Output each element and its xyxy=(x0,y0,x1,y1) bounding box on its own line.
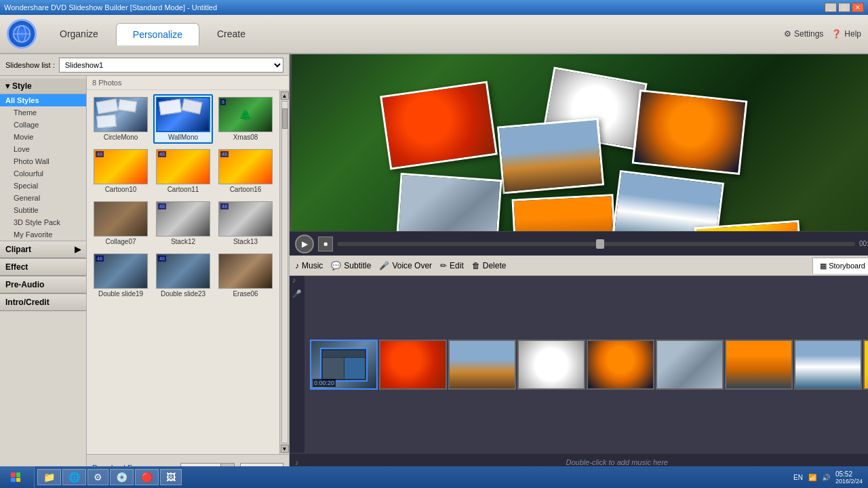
tree-item-collage[interactable]: Collage xyxy=(0,119,86,131)
thumb-stack13[interactable]: 48 Stack13 xyxy=(216,199,275,248)
tree-item-3d-style-pack[interactable]: 3D Style Pack xyxy=(0,216,86,228)
play-button[interactable]: ▶ xyxy=(295,235,314,253)
thumb-cartoon11[interactable]: 48 Cartoon11 xyxy=(153,146,213,196)
taskbar-apps: 📁 🌐 ⚙ 💿 🔴 🖼 xyxy=(35,469,788,485)
story-thumb-4[interactable] xyxy=(587,340,654,390)
tree-item-photo-wall[interactable]: Photo Wall xyxy=(0,155,86,167)
thumb-cartoon10[interactable]: 48 Cartoon10 xyxy=(91,146,151,196)
subtitle-tab[interactable]: 💬 Subtitle xyxy=(331,261,371,270)
thumb-label-xmas08: Xmas08 xyxy=(233,134,258,141)
tree-item-movie[interactable]: Movie xyxy=(0,131,86,143)
preview-photo-desert xyxy=(497,118,604,195)
tree-item-subtitle[interactable]: Subtitle xyxy=(0,204,86,216)
network-icon: 📶 xyxy=(808,474,816,481)
clock: 05:52 2016/2/24 xyxy=(835,470,863,485)
slideshow-select[interactable]: Slideshow1 xyxy=(59,58,283,73)
thumb-label-circlemono: CircleMono xyxy=(104,134,138,141)
tab-create[interactable]: Create xyxy=(201,23,262,45)
left-panel: Slideshow list : Slideshow1 ▾ Style All … xyxy=(0,54,290,488)
thumb-label-double23: Double slide23 xyxy=(161,290,205,298)
media-toolbar: ♪ Music 💬 Subtitle 🎤 Voice Over ✏ Edit 🗑… xyxy=(290,256,868,276)
taskbar-app-control[interactable]: ⚙ xyxy=(87,469,108,485)
start-button[interactable] xyxy=(0,466,35,488)
thumb-double-slide19[interactable]: 48 Double slide19 xyxy=(91,251,151,300)
thumb-circlemono[interactable]: CircleMono xyxy=(91,94,151,144)
thumb-img-stack12: 48 xyxy=(156,201,210,237)
time-display: 00:00:00 / 00:00:52 xyxy=(859,240,868,247)
maximize-button[interactable]: □ xyxy=(838,3,850,12)
tree-item-theme[interactable]: Theme xyxy=(0,106,86,119)
story-thumb-6[interactable] xyxy=(725,340,793,390)
storyboard-strip[interactable]: 0:00:20 xyxy=(304,276,868,453)
stop-button[interactable]: ■ xyxy=(318,237,333,251)
tab-organize[interactable]: Organize xyxy=(43,23,115,45)
minimize-button[interactable]: _ xyxy=(825,3,837,12)
taskbar-app-ie[interactable]: 🌐 xyxy=(62,469,86,485)
thumb-label-stack13: Stack13 xyxy=(233,238,258,245)
preview-photo-castle xyxy=(511,194,616,231)
thumb-wallmono[interactable]: WallMono xyxy=(153,94,213,144)
thumb-xmas08[interactable]: 8 🌲 Xmas08 xyxy=(216,94,275,144)
music-tab[interactable]: ♪ Music xyxy=(295,261,323,270)
thumb-grid-scroll[interactable]: CircleMono WallMono xyxy=(87,90,279,454)
thumb-grid-area: 8 Photos xyxy=(87,76,289,488)
story-thumb-0[interactable]: 0:00:20 xyxy=(310,340,378,390)
story-thumb-2[interactable] xyxy=(448,340,516,390)
story-thumb-3[interactable] xyxy=(517,340,585,390)
scroll-up[interactable]: ▲ xyxy=(281,92,289,100)
edit-tab[interactable]: ✏ Edit xyxy=(440,261,464,270)
storyboard-area: ♪ 🎤 0:00:20 xyxy=(290,276,868,453)
tree-item-my-favorite[interactable]: My Favorite xyxy=(0,228,86,241)
thumb-scrollbar[interactable]: ▲ ▼ xyxy=(279,90,289,454)
window-controls[interactable]: _ □ ✕ xyxy=(825,3,864,12)
thumb-cartoon16[interactable]: 48 Cartoon16 xyxy=(216,146,275,196)
scroll-down[interactable]: ▼ xyxy=(281,445,289,453)
taskbar-app-dvd[interactable]: 💿 xyxy=(110,469,134,485)
tree-item-colourful[interactable]: Colourful xyxy=(0,167,86,180)
story-thumb-1[interactable] xyxy=(379,340,447,390)
slideshow-label: Slideshow list : xyxy=(5,61,55,69)
intro-credit-section[interactable]: Intro/Credit xyxy=(0,293,86,311)
pre-audio-section[interactable]: Pre-Audio xyxy=(0,276,86,293)
progress-thumb[interactable] xyxy=(596,239,604,249)
settings-button[interactable]: ⚙ Settings xyxy=(784,29,823,39)
nav-bar: Organize Personalize Create ⚙ Settings ❓… xyxy=(0,15,868,54)
thumb-stack12[interactable]: 48 Stack12 xyxy=(153,199,213,248)
thumb-img-stack13: 48 xyxy=(218,201,273,237)
story-thumb-7[interactable] xyxy=(794,340,862,390)
thumb-img-cartoon11: 48 xyxy=(156,149,210,184)
thumb-label-cartoon16: Cartoon16 xyxy=(230,186,262,193)
style-header[interactable]: ▾ Style xyxy=(0,79,86,94)
taskbar-app-ws[interactable]: 🖼 xyxy=(160,469,182,485)
music-icon: ♪ xyxy=(295,458,299,466)
thumb-img-erase06 xyxy=(218,253,273,289)
thumb-double-slide23[interactable]: 48 Double slide23 xyxy=(153,251,213,300)
effect-section[interactable]: Effect xyxy=(0,258,86,276)
story-thumb-8[interactable] xyxy=(863,340,868,390)
tab-personalize[interactable]: Personalize xyxy=(116,23,199,45)
style-tree: ▾ Style All Styles Theme Collage Movie L… xyxy=(0,76,87,488)
delete-tab[interactable]: 🗑 Delete xyxy=(472,261,507,270)
tree-item-love[interactable]: Love xyxy=(0,143,86,155)
close-button[interactable]: ✕ xyxy=(852,3,864,12)
progress-bar[interactable] xyxy=(337,242,855,246)
storyboard-tab[interactable]: ▦ Storyboard xyxy=(812,258,868,274)
slideshow-bar: Slideshow list : Slideshow1 xyxy=(0,54,289,76)
app-title: Wondershare DVD Slideshow Builder [Stand… xyxy=(4,3,217,12)
thumb-grid: CircleMono WallMono xyxy=(87,90,279,304)
taskbar-app-explorer[interactable]: 📁 xyxy=(37,469,61,485)
story-thumb-5[interactable] xyxy=(656,340,724,390)
thumb-collage07[interactable]: Collage07 xyxy=(91,199,151,248)
tree-item-special[interactable]: Special xyxy=(0,180,86,192)
help-button[interactable]: ❓ Help xyxy=(831,29,861,39)
tree-item-general[interactable]: General xyxy=(0,192,86,204)
music-track-text: Double-click to add music here xyxy=(303,458,869,466)
photo-count: 8 Photos xyxy=(87,76,289,90)
clipart-section[interactable]: Clipart▶ xyxy=(0,241,86,258)
taskbar-app-chrome[interactable]: 🔴 xyxy=(135,469,159,485)
control-bar: ▶ ■ 00:00:00 / 00:00:52 4:3 xyxy=(290,231,868,256)
thumb-erase06[interactable]: Erase06 xyxy=(216,251,275,300)
voice-over-tab[interactable]: 🎤 Voice Over xyxy=(379,261,432,270)
thumb-label-double19: Double slide19 xyxy=(98,290,143,298)
tree-item-all-styles[interactable]: All Styles xyxy=(0,94,86,106)
